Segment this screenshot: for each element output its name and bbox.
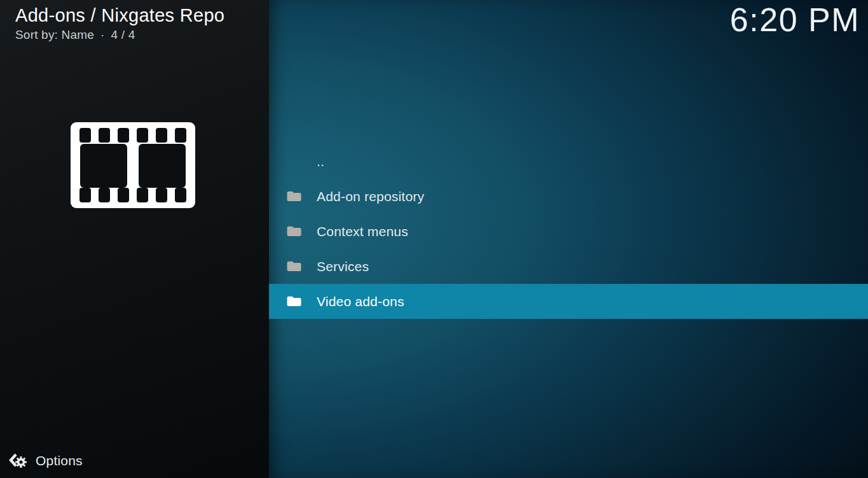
- chevron-gear-icon: [8, 451, 27, 470]
- folder-icon: [286, 260, 303, 273]
- film-strip-icon: [71, 122, 195, 208]
- item-position: 4 / 4: [111, 28, 135, 42]
- left-panel: Add-ons / Nixgates Repo Sort by: Name · …: [0, 0, 269, 478]
- list-item[interactable]: Services: [269, 249, 868, 284]
- list-item[interactable]: Context menus: [269, 214, 868, 249]
- folder-icon: [286, 295, 303, 308]
- list-item-label: Video add-ons: [317, 294, 404, 309]
- list-item-label: Add-on repository: [317, 189, 424, 204]
- options-label: Options: [36, 453, 83, 468]
- list-item[interactable]: Add-on repository: [269, 179, 868, 214]
- sort-by-label: Sort by: Name: [15, 28, 94, 42]
- clock: 6:20 PM: [730, 1, 860, 39]
- list-item[interactable]: ..: [269, 144, 868, 179]
- folder-icon: [286, 225, 303, 238]
- main-panel: .. Add-on repository Context menus Ser: [269, 0, 868, 478]
- list-item-label: ..: [317, 154, 324, 169]
- subtitle-separator: ·: [100, 28, 105, 42]
- page-title: Add-ons / Nixgates Repo: [15, 4, 224, 26]
- page-subtitle: Sort by: Name · 4 / 4: [15, 28, 224, 42]
- kodi-screen: Add-ons / Nixgates Repo Sort by: Name · …: [0, 0, 868, 478]
- folder-icon: [286, 190, 303, 203]
- options-button[interactable]: Options: [8, 450, 83, 472]
- list-item-label: Services: [317, 259, 369, 274]
- header: Add-ons / Nixgates Repo Sort by: Name · …: [15, 4, 224, 42]
- list-item-label: Context menus: [317, 224, 408, 239]
- addon-list: .. Add-on repository Context menus Ser: [269, 144, 868, 319]
- list-item[interactable]: Video add-ons: [269, 284, 868, 319]
